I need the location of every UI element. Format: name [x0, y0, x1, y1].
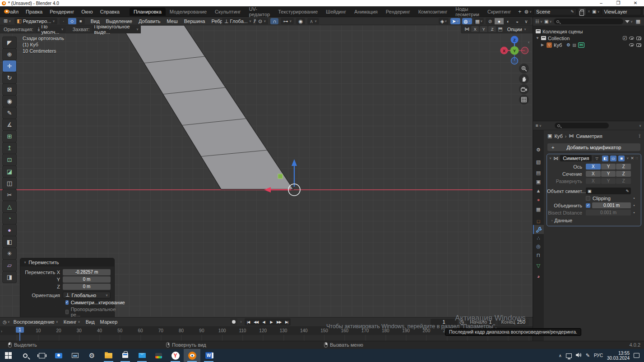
properties-search-input[interactable] [555, 123, 609, 128]
props-tab-scene[interactable]: ▲ [533, 186, 544, 195]
show-on-cage-toggle[interactable]: ◧ [602, 156, 608, 161]
mirror-axis-Y-button[interactable]: Y [480, 26, 487, 32]
show-render-toggle[interactable]: ◙ [618, 156, 625, 161]
props-tab-object[interactable]: □ [533, 217, 544, 226]
tool-annotate[interactable]: ✎ [3, 107, 16, 119]
outliner-display-mode-button[interactable]: ▣∨ [544, 19, 552, 24]
xray-toggle[interactable]: ▦∨ [474, 18, 484, 24]
workspace-tab-Текстурирование[interactable]: Текстурирование [274, 8, 322, 16]
transform-orientation-dropdown[interactable]: ⊥ Глоба...∨ [222, 18, 254, 24]
jump-end-button[interactable]: ▶| [283, 318, 291, 325]
bisect-axis-Z[interactable]: Z [616, 171, 631, 177]
play-reverse-button[interactable]: ◀ [260, 318, 268, 325]
mirror-axis-X-button[interactable]: X [471, 26, 479, 32]
props-tab-world[interactable]: ● [533, 195, 544, 204]
outliner-filter-button[interactable]: ∨ [625, 20, 633, 23]
tool-cursor[interactable]: ⊕ [3, 49, 16, 60]
snap-uv-icon[interactable]: ⬒ [498, 26, 502, 32]
symmetric-editing-checkbox[interactable]: ✓Симметри...ктирование [65, 300, 111, 305]
tool-rip-region[interactable]: ◨ [3, 271, 16, 283]
new-scene-button[interactable] [579, 8, 586, 15]
mirror-object-field[interactable]: ▣ ✎ [586, 188, 631, 194]
op-orientation-dropdown[interactable]: ⊥ Глобально∨ [63, 292, 111, 298]
viewport-menu-Вид[interactable]: Вид [88, 18, 103, 24]
taskbar-yandex-browser-icon[interactable]: Y [167, 349, 184, 362]
props-tab-output[interactable]: ▤ [533, 168, 544, 177]
breadcrumb-modifier[interactable]: Симметрия [576, 133, 602, 139]
mirror-axis-Y[interactable]: Y [601, 164, 616, 170]
op-value-field[interactable]: -0.28257 m [63, 269, 111, 275]
sidebar-collapse-chevron[interactable]: ‹ [528, 40, 529, 45]
editor-type-button[interactable]: ⊞∨ [2, 18, 13, 24]
network-icon[interactable] [566, 353, 572, 358]
clipping-checkbox[interactable]: ✓Clipping [586, 196, 631, 201]
taskbar-word-icon[interactable]: W [200, 349, 217, 362]
props-tab-render[interactable]: ▧ [533, 157, 544, 166]
props-tab-material[interactable]: ◕ [533, 272, 544, 281]
add-modifier-button[interactable]: Добавить модификатор [547, 143, 640, 151]
close-modifier-icon[interactable]: ✕ [630, 156, 634, 160]
workspace-tab-Скриптинг[interactable]: Скриптинг [483, 8, 515, 16]
taskbar-movies-tv-icon[interactable] [150, 349, 167, 362]
breadcrumb-object[interactable]: Куб [554, 133, 562, 139]
workspace-tab-Планировка[interactable]: Планировка [130, 8, 166, 16]
menu-Рендеринг[interactable]: Рендеринг [46, 9, 78, 14]
op-value-field[interactable]: 0 m [63, 276, 111, 283]
bisect-distance-field[interactable]: 0.001 m [586, 210, 631, 215]
playhead-frame-badge[interactable]: 1 [16, 327, 24, 333]
tool-scale[interactable]: ⊠ [3, 84, 16, 95]
timeline-keyframe-strip[interactable] [0, 335, 533, 341]
show-realtime-toggle[interactable]: ▭ [610, 156, 616, 161]
pin-icon[interactable]: ⟟ [639, 133, 640, 139]
viewport-menu-Вершина[interactable]: Вершина [181, 18, 208, 24]
operator-panel-header[interactable]: ∨Переместить [20, 258, 114, 266]
overlays-toggle[interactable]: ◍∨ [462, 18, 472, 24]
snap-target-dropdown[interactable]: ⊶∨ [281, 18, 294, 24]
zoom-icon[interactable] [519, 64, 529, 73]
props-tab-object-data[interactable]: ▽ [533, 261, 544, 270]
props-tab-collection[interactable]: ▦ [533, 205, 544, 214]
proportional-editing-checkbox[interactable]: ✓Пропорциональное ре... [65, 307, 111, 317]
props-tab-view-layer[interactable]: ▣ [533, 177, 544, 186]
eye-icon[interactable] [629, 43, 634, 46]
shading-rendered-button[interactable]: ◒ [513, 18, 522, 24]
play-button[interactable]: ▶ [268, 318, 275, 325]
tool-bevel[interactable]: ◪ [3, 166, 16, 177]
props-tab-particles[interactable]: ∴ [533, 234, 544, 243]
op-value-field[interactable]: 0 m [63, 284, 111, 290]
camera-render-icon[interactable] [636, 37, 641, 40]
falloff-dropdown[interactable]: ∧∨ [307, 18, 319, 24]
auto-keying-record-button[interactable] [230, 318, 237, 325]
modifier-extras-dropdown[interactable]: ∨ [626, 156, 629, 160]
select-mode-face[interactable]: ■ [77, 18, 85, 24]
viewlayer-selector[interactable]: ViewLayer [602, 8, 641, 15]
workspace-tab-Ноды геометрии[interactable]: Ноды геометрии [451, 5, 483, 18]
timeline-menu-Воспроизведение[interactable]: Воспроизведение∨ [11, 319, 61, 325]
viewport-menu-Выделение[interactable]: Выделение [103, 18, 135, 24]
workspace-tab-Шейдинг[interactable]: Шейдинг [322, 8, 350, 16]
tool-rotate[interactable]: ↻ [3, 72, 16, 83]
modifier-name-field[interactable]: Симметрия [560, 155, 592, 161]
notification-center-icon[interactable] [634, 353, 639, 358]
tool-poly-build[interactable]: △ [3, 201, 16, 212]
bisect-axis-X[interactable]: X [586, 171, 601, 177]
taskbar-blender-icon[interactable] [184, 349, 200, 362]
outliner-collection-row[interactable]: ▼ Collection ✓ [533, 35, 644, 41]
volume-icon[interactable] [576, 353, 582, 358]
tool-measure[interactable]: ∡ [3, 119, 16, 130]
taskbar-explorer-icon[interactable] [100, 349, 117, 362]
taskbar-task-manager-icon[interactable] [67, 349, 83, 362]
3d-viewport[interactable]: Ориентация: ⤓ По умолч...∨ Захват: Прямо… [0, 25, 533, 317]
mirror-axis-Z[interactable]: Z [616, 164, 631, 170]
select-mode-vertex[interactable]: · [60, 18, 68, 24]
mirror-axis-Z-button[interactable]: Z [488, 26, 496, 32]
mode-dropdown[interactable]: ◧ Редактиро...∨ [14, 18, 57, 24]
tool-spin[interactable]: ◔ [3, 213, 16, 224]
close-button[interactable]: ✕ [627, 0, 644, 6]
tool-loop-cut[interactable]: ◫ [3, 178, 16, 189]
taskbar-search-icon[interactable] [17, 349, 33, 362]
prev-keyframe-button[interactable]: ◀◀ [252, 318, 260, 325]
merge-checkbox[interactable]: ✓ [586, 203, 590, 208]
panel-collapse-chevron[interactable]: ∨ [549, 156, 551, 160]
tool-shear[interactable]: ▱ [3, 260, 16, 271]
